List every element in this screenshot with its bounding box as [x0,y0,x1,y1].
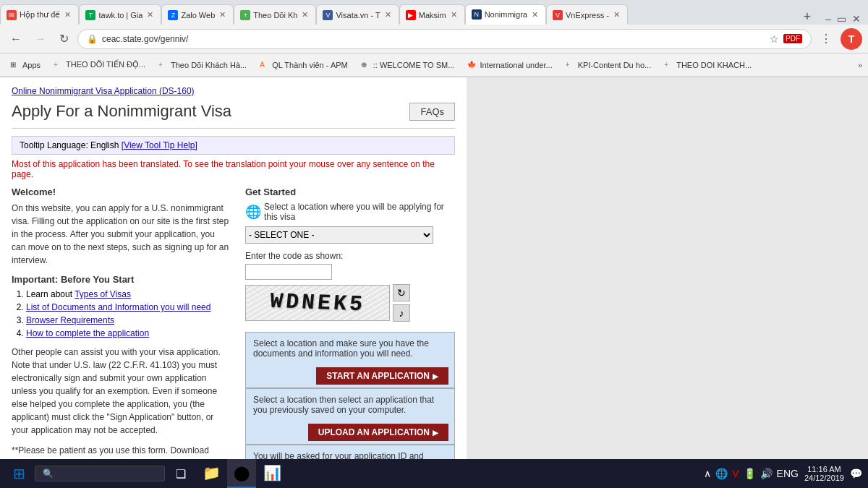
bookmark-7[interactable]: +THEO DOI KHACH... [660,59,756,71]
star-icon[interactable]: ☆ [770,33,779,45]
tab-favicon-visata: V [323,10,333,20]
taskbar-system-icons: ∧ 🌐 V 🔋 🔊 ENG [704,468,799,479]
explorer-icon: 📁 [203,464,221,481]
view-tooltip-help-link[interactable]: [View Tool Tip Help] [122,140,197,150]
tab-favicon-youtube: ▶ [406,10,416,20]
taskbar-explorer[interactable]: 📁 [197,459,226,488]
notification-icon[interactable]: 💬 [850,468,862,479]
maximize-btn[interactable]: ▭ [837,13,846,25]
captcha-input[interactable] [245,264,332,280]
before-you-start-list: Learn about Types of VisasList of Docume… [12,289,231,338]
start-button[interactable]: ⊞ [6,461,32,487]
tab-label-nonimmig: Nonimmigra [485,10,527,19]
action-btn-upload[interactable]: UPLOAD AN APPLICATION [308,424,448,441]
task-view-icon: ❑ [176,467,186,481]
tab-youtube[interactable]: ▶ Maksim ✕ [399,4,465,25]
faq-button[interactable]: FAQs [409,103,455,121]
tab-nonimmig[interactable]: N Nonimmigra ✕ [465,4,546,25]
page-title: Apply For a Nonimmigrant Visa [12,102,231,121]
welcome-text: On this website, you can apply for a U.S… [12,202,231,267]
tab-label-youtube: Maksim [419,11,446,20]
tab-visata[interactable]: V Visata.vn - T ✕ [316,4,399,25]
bookmark-label-3: QL Thành viên - APM [272,61,348,69]
tab-label-zalo: Zalo Web [181,11,215,20]
bookmark-2[interactable]: +Theo Dõi Khách Hà... [154,59,251,71]
bookmark-favicon-7: + [664,61,674,69]
bookmarks-bar: ⊞Apps+THEO DÕI TIẾN ĐỘ...+Theo Dõi Khách… [0,53,868,77]
tab-close-theodoi[interactable]: ✕ [300,10,310,20]
taskbar-clock[interactable]: 11:16 AM 24/12/2019 [804,465,844,482]
minimize-btn[interactable]: – [825,13,831,25]
taskbar-apps: 📁 ⬤ 📊 [197,459,701,488]
tab-favicon-vnexpress: V [553,10,563,20]
important-title: Important: Before You Start [12,274,231,285]
tab-theodoi[interactable]: + Theo Dõi Kh ✕ [234,4,316,25]
url-bar[interactable]: 🔒 ceac.state.gov/genniv/ ☆ PDF [77,29,812,49]
page-title-row: Apply For a Nonimmigrant Visa FAQs [12,102,455,129]
action-desc-upload: Select a location then select an applica… [246,389,454,421]
action-btn-row-upload: UPLOAD AN APPLICATION [246,421,454,444]
captcha-refresh-btn[interactable]: ↻ [393,284,410,301]
user-avatar[interactable]: T [841,28,862,50]
forward-button[interactable]: → [30,31,51,47]
close-btn[interactable]: ✕ [852,13,861,25]
tab-tawk[interactable]: T tawk.to | Gia ✕ [79,4,161,25]
bookmark-6[interactable]: +KPI-Content Du ho... [561,59,656,71]
location-select[interactable]: - SELECT ONE - [245,226,433,244]
task-view-btn[interactable]: ❑ [168,461,194,487]
tab-close-vnexpress[interactable]: ✕ [612,10,621,20]
captcha-audio-btn[interactable]: ♪ [393,304,410,322]
bookmark-1[interactable]: +THEO DÕI TIẾN ĐỘ... [49,59,150,71]
extensions-button[interactable]: ⋮ [816,30,836,47]
tab-close-nonimmig[interactable]: ✕ [530,10,540,20]
tab-vnexpress[interactable]: V VnExpress - ✕ [546,4,628,25]
tab-close-gmail[interactable]: ✕ [63,10,72,20]
taskbar: ⊞ 🔍 ❑ 📁 ⬤ 📊 ∧ 🌐 V 🔋 🔊 ENG 11:16 AM 24/12… [0,459,868,488]
tooltip-language: English [90,140,119,150]
captcha-buttons: ↻ ♪ [393,284,410,322]
tab-label-visata: Visata.vn - T [336,11,380,20]
before-start-link-2[interactable]: Browser Requirements [26,315,114,325]
new-tab-button[interactable]: + [796,9,819,25]
back-button[interactable]: ← [6,31,26,47]
tab-label-vnexpress: VnExpress - [566,11,609,20]
bookmark-4[interactable]: ⊕:: WELCOME TO SM... [357,59,459,71]
bookmark-5[interactable]: 🍁International under... [463,59,556,71]
nav-bar: ← → ↻ 🔒 ceac.state.gov/genniv/ ☆ PDF ⋮ T [0,25,868,53]
bookmark-label-5: International under... [480,61,552,69]
up-arrow-icon[interactable]: ∧ [704,468,711,479]
page-content: Online Nonimmigrant Visa Application (DS… [0,77,868,487]
reload-button[interactable]: ↻ [55,30,73,47]
tooltip-bar: Tooltip Language: English [View Tool Tip… [12,136,455,155]
bookmark-3[interactable]: AQL Thành viên - APM [255,59,352,71]
taskbar-excel[interactable]: 📊 [258,459,286,488]
more-bookmarks[interactable]: » [858,61,862,69]
ds160-link[interactable]: Online Nonimmigrant Visa Application (DS… [12,86,455,96]
tab-close-tawk[interactable]: ✕ [145,10,155,20]
before-start-item-1: List of Documents and Information you wi… [26,302,231,312]
tab-close-zalo[interactable]: ✕ [218,10,227,20]
other-assistance-text: Other people can assist you with your vi… [12,346,231,437]
tab-close-youtube[interactable]: ✕ [449,10,459,20]
bookmark-0[interactable]: ⊞Apps [6,59,45,71]
windows-icon: ⊞ [13,465,25,482]
lang-label[interactable]: ENG [777,468,799,479]
network-icon[interactable]: 🌐 [715,468,728,479]
battery-icon[interactable]: 🔋 [744,468,756,479]
tab-zalo[interactable]: Z Zalo Web ✕ [161,4,234,25]
before-start-link-1[interactable]: List of Documents and Information you wi… [26,302,210,312]
taskbar-chrome[interactable]: ⬤ [227,459,256,488]
action-btn-start[interactable]: START AN APPLICATION [316,367,448,385]
excel-icon: 📊 [263,464,281,481]
before-start-link-0[interactable]: Types of Visas [75,289,131,299]
tab-label-tawk: tawk.to | Gia [98,11,142,20]
left-column: Welcome! On this website, you can apply … [12,187,231,487]
tab-gmail[interactable]: ✉ Hộp thư đế ✕ [0,4,79,25]
clock-date: 24/12/2019 [804,474,844,482]
bookmark-favicon-4: ⊕ [361,61,371,69]
taskbar-search[interactable]: 🔍 [35,466,165,481]
pdf-icon: PDF [783,34,802,43]
before-start-link-3[interactable]: How to complete the application [26,328,149,338]
tab-close-visata[interactable]: ✕ [383,10,393,20]
volume-icon[interactable]: 🔊 [760,468,773,479]
